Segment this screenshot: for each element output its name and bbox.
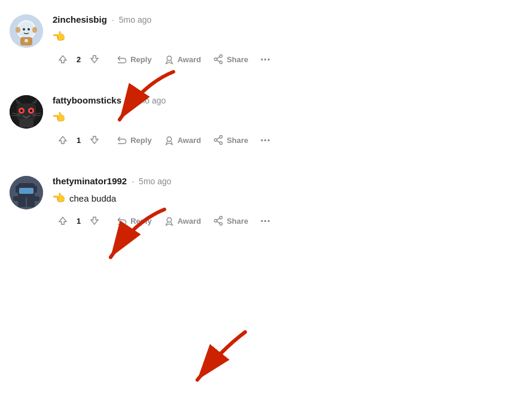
comment-header: thetyminator1992 · 5mo ago [53,176,509,186]
username: thetyminator1992 [53,176,127,186]
timestamp: 5mo ago [133,96,166,105]
award-button[interactable]: Award [159,212,206,230]
svg-point-39 [167,218,172,223]
svg-rect-32 [19,188,33,194]
share-label: Share [227,55,248,64]
separator-dot: · [126,96,129,105]
comment-content: fattyboomsticks · 5mo ago 👉 1 [53,95,509,150]
vote-section: 2 [53,50,105,68]
separator-dot: · [132,176,134,186]
comment-text: 👉 [53,110,509,124]
reply-label: Reply [130,55,151,64]
svg-point-11 [214,58,217,61]
comment-item: fattyboomsticks · 5mo ago 👉 1 [10,90,509,154]
comment-content: thetyminator1992 · 5mo ago 👉 chea budda … [53,176,509,230]
svg-point-2 [18,22,35,38]
annotation-arrow-3 [167,326,257,394]
svg-point-4 [28,28,30,31]
reply-label: Reply [130,217,151,226]
comment-item: thetyminator1992 · 5mo ago 👉 chea budda … [10,171,509,235]
svg-point-28 [214,139,217,142]
action-bar: 2 Reply Award [53,50,509,69]
pointing-hand-emoji: 👉 [53,191,66,205]
svg-point-40 [219,217,222,220]
reply-label: Reply [130,136,151,145]
vote-section: 1 [53,131,105,149]
share-button[interactable]: Share [208,131,253,149]
avatar [10,95,43,129]
separator-dot: · [112,15,114,25]
svg-point-29 [219,142,222,145]
award-label: Award [178,217,202,226]
downvote-button[interactable] [84,50,105,68]
downvote-button[interactable] [84,212,105,230]
upvote-button[interactable] [53,50,73,68]
avatar [10,176,43,209]
award-button[interactable]: Award [159,50,206,68]
downvote-button[interactable] [84,131,105,149]
reply-button[interactable]: Reply [112,131,156,149]
award-button[interactable]: Award [159,131,206,149]
svg-point-6 [32,27,37,33]
action-bar: 1 Reply Award [53,211,509,230]
comment-header: fattyboomsticks · 5mo ago [53,95,509,105]
svg-point-3 [23,28,25,31]
comment-text: 👉 chea budda [53,191,509,205]
svg-point-27 [219,136,222,139]
share-button[interactable]: Share [208,212,253,230]
upvote-button[interactable] [53,212,73,230]
comment-text: 👉 [53,29,509,44]
pointing-hand-emoji: 👉 [53,30,66,43]
reply-button[interactable]: Reply [112,50,156,68]
comment-content: 2inchesisbig · 5mo ago 👉 2 [53,14,509,69]
svg-rect-38 [33,185,37,193]
reply-button[interactable]: Reply [112,212,156,230]
svg-point-26 [167,137,172,142]
svg-point-41 [214,220,217,223]
svg-rect-25 [19,119,33,127]
avatar [10,14,43,48]
vote-count: 2 [75,55,82,64]
svg-point-12 [219,61,222,64]
award-label: Award [178,55,202,64]
svg-point-5 [16,27,20,33]
vote-count: 1 [75,217,82,226]
svg-rect-35 [13,196,20,201]
svg-point-18 [30,109,32,112]
timestamp: 5mo ago [139,176,171,186]
vote-section: 1 [53,212,105,230]
svg-rect-37 [16,185,19,193]
svg-rect-36 [32,196,39,201]
vote-count: 1 [75,136,82,145]
more-options-button[interactable]: ··· [255,130,275,150]
pointing-hand-emoji: 👉 [53,111,66,124]
username: 2inchesisbig [53,14,107,25]
share-button[interactable]: Share [208,50,253,68]
share-label: Share [227,217,248,226]
username: fattyboomsticks [53,95,121,105]
upvote-button[interactable] [53,131,73,149]
svg-point-42 [219,223,222,226]
more-options-button[interactable]: ··· [255,50,275,69]
more-options-button[interactable]: ··· [255,211,275,230]
timestamp: 5mo ago [119,15,151,25]
comment-header: 2inchesisbig · 5mo ago [53,14,509,25]
share-label: Share [227,136,248,145]
comment-body-text: chea budda [69,193,116,203]
award-label: Award [178,136,202,145]
svg-point-9 [167,56,172,61]
action-bar: 1 Reply Award [53,130,509,150]
svg-point-8 [25,39,28,42]
comment-item: 2inchesisbig · 5mo ago 👉 2 [10,10,509,74]
svg-point-17 [20,109,23,112]
svg-point-10 [219,55,222,58]
